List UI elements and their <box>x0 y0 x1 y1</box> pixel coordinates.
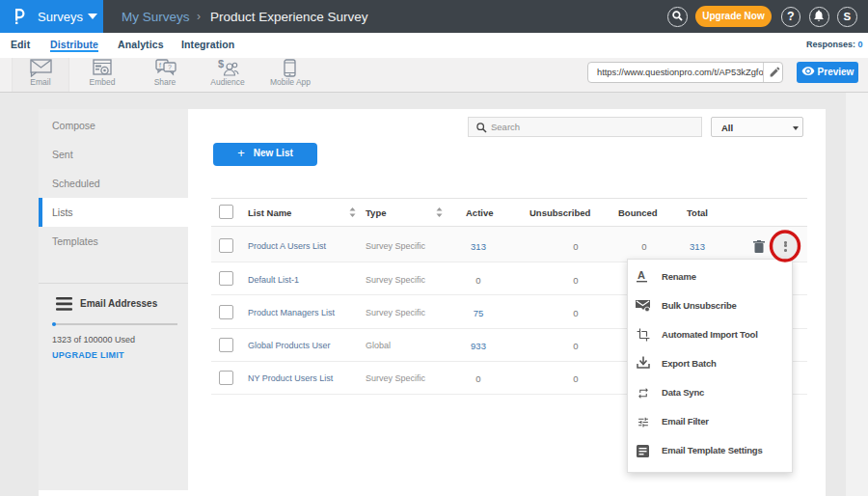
svg-text:?: ? <box>168 64 172 70</box>
svg-text:f: f <box>159 62 161 69</box>
svg-text:A: A <box>637 270 645 281</box>
svg-text:$: $ <box>218 59 224 69</box>
